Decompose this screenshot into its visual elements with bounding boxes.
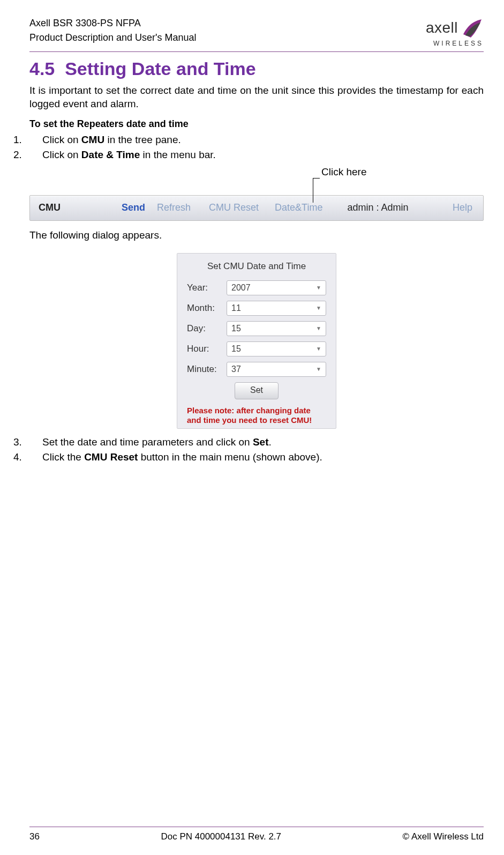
page-number: 36 [29, 831, 40, 842]
menubar-cmu-reset[interactable]: CMU Reset [209, 202, 259, 213]
day-label: Day: [187, 323, 227, 334]
product-name: Axell BSR 3308-PS NFPA [29, 18, 141, 28]
chevron-down-icon: ▼ [316, 305, 321, 311]
menubar-datetime[interactable]: Date&Time [275, 202, 322, 213]
callout-text: Click here [321, 166, 366, 178]
month-select[interactable]: 11▼ [227, 301, 326, 316]
intro-paragraph: It is important to set the correct date … [29, 84, 484, 111]
dialog-title: Set CMU Date and Time [187, 261, 326, 272]
day-select[interactable]: 15▼ [227, 321, 326, 336]
doc-id: Doc PN 4000004131 Rev. 2.7 [161, 831, 281, 842]
header-rule [29, 51, 484, 52]
cmu-reset-keyword: CMU Reset [84, 451, 138, 463]
doc-header-right: axell WIRELESS [426, 16, 484, 47]
step-4: 4.Click the CMU Reset button in the main… [29, 451, 484, 463]
datetime-keyword: Date & Time [81, 149, 140, 160]
section-title: Setting Date and Time [65, 58, 255, 79]
chevron-down-icon: ▼ [316, 366, 321, 372]
menubar-refresh[interactable]: Refresh [157, 202, 191, 213]
year-label: Year: [187, 282, 227, 293]
doc-type: Product Description and User's Manual [29, 32, 197, 43]
copyright: © Axell Wireless Ltd [403, 831, 484, 842]
chevron-down-icon: ▼ [316, 346, 321, 352]
section-heading: 4.5 Setting Date and Time [29, 58, 484, 79]
year-select[interactable]: 2007▼ [227, 280, 326, 295]
following-text: The following dialog appears. [29, 229, 484, 241]
page-footer: 36 Doc PN 4000004131 Rev. 2.7 © Axell Wi… [29, 827, 484, 842]
step-3: 3.Set the date and time parameters and c… [29, 436, 484, 448]
cmu-menubar: CMU Send Refresh CMU Reset Date&Time adm… [29, 195, 484, 221]
hour-label: Hour: [187, 344, 227, 354]
hour-select[interactable]: 15▼ [227, 341, 326, 356]
callout-line [313, 178, 314, 203]
brand-swoosh-icon [460, 16, 484, 40]
callout: Click here [29, 170, 484, 192]
minute-label: Minute: [187, 364, 227, 375]
cmu-keyword: CMU [81, 134, 104, 145]
step-2: 2.Click on Date & Time in the menu bar. [29, 149, 484, 161]
menubar-send[interactable]: Send [122, 202, 145, 213]
procedure-subhead: To set the Repeaters date and time [29, 118, 484, 130]
brand-logo: axell [426, 16, 484, 40]
set-button[interactable]: Set [235, 382, 279, 399]
step-1: 1.Click on CMU in the tree pane. [29, 134, 484, 146]
menubar-cmu: CMU [39, 202, 61, 213]
menubar-admin: admin : Admin [347, 202, 408, 213]
section-number: 4.5 [29, 58, 55, 79]
month-label: Month: [187, 303, 227, 314]
minute-select[interactable]: 37▼ [227, 362, 326, 377]
chevron-down-icon: ▼ [316, 285, 321, 291]
doc-header-left: Axell BSR 3308-PS NFPA Product Descripti… [29, 16, 197, 45]
dialog-warning: Please note: after changing date and tim… [187, 406, 326, 425]
chevron-down-icon: ▼ [316, 325, 321, 331]
set-keyword: Set [253, 436, 269, 448]
set-date-dialog: Set CMU Date and Time Year:2007▼ Month:1… [177, 253, 336, 429]
brand-text: axell [426, 19, 458, 36]
brand-sub: WIRELESS [426, 40, 484, 47]
menubar-help[interactable]: Help [453, 202, 472, 213]
